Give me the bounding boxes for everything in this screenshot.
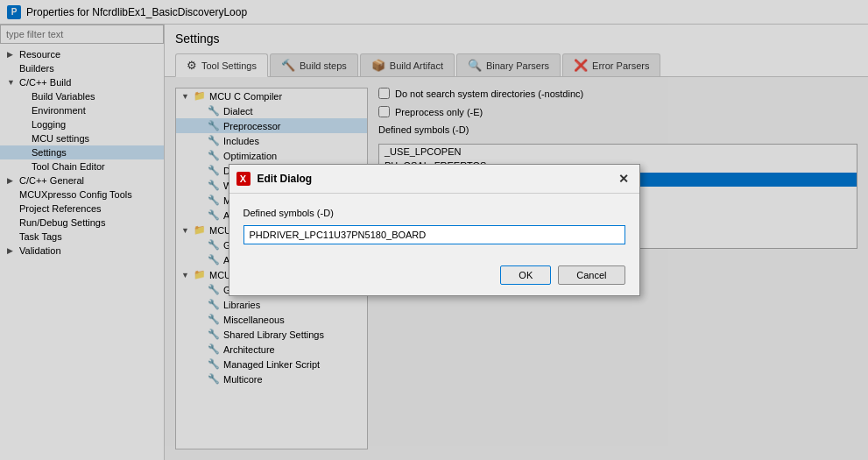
dialog-close-button[interactable]: ✕ (615, 170, 632, 188)
dialog-icon: X (236, 172, 251, 186)
ok-button[interactable]: OK (500, 265, 551, 285)
dialog-title: Edit Dialog (258, 173, 313, 185)
dialog-overlay: X Edit Dialog ✕ Defined symbols (-D) OK … (0, 0, 868, 460)
dialog-buttons: OK Cancel (229, 258, 639, 295)
dialog-input[interactable] (243, 225, 625, 244)
dialog-titlebar: X Edit Dialog ✕ (229, 165, 639, 194)
dialog-label: Defined symbols (-D) (243, 208, 625, 218)
edit-dialog: X Edit Dialog ✕ Defined symbols (-D) OK … (229, 164, 640, 296)
cancel-button[interactable]: Cancel (558, 265, 625, 285)
dialog-body: Defined symbols (-D) (229, 194, 639, 258)
